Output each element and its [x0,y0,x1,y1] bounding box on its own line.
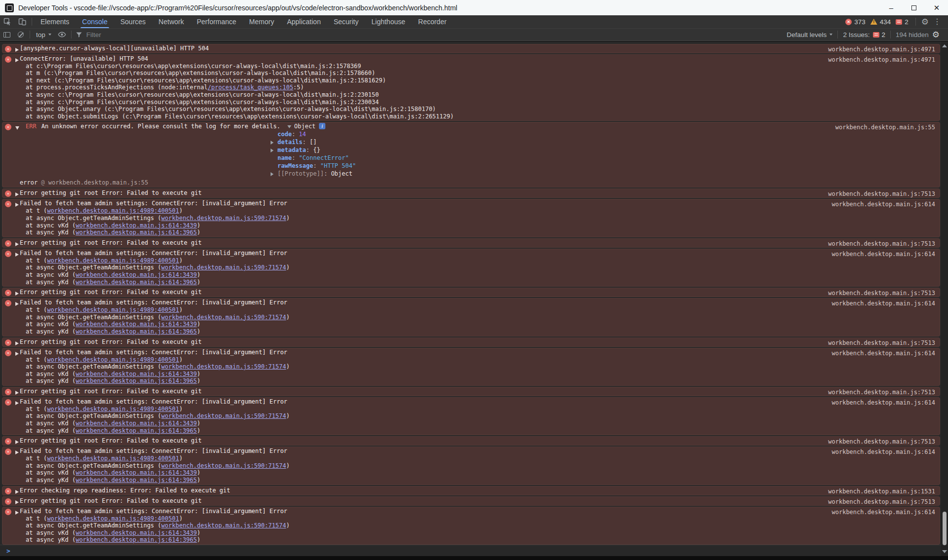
source-location-link[interactable]: workbench.desktop.main.js:55 [835,124,935,131]
stack-trace-link[interactable]: workbench.desktop.main.js:614:3965 [76,328,197,335]
tab-console[interactable]: Console [76,15,114,28]
source-location-link[interactable]: workbench.desktop.main.js:614 [831,251,935,258]
expand-arrow-icon[interactable] [15,58,19,62]
source-location-link[interactable]: workbench.desktop.main.js:1531 [828,488,935,495]
stack-trace-link[interactable]: workbench.desktop.main.js:590:71574 [161,522,286,529]
expand-arrow-icon[interactable] [15,192,19,196]
caller-location-link[interactable]: workbench.desktop.main.js:55 [48,179,148,186]
clear-console-button[interactable] [14,32,28,37]
expand-arrow-icon[interactable] [15,450,19,454]
stack-trace-link[interactable]: workbench.desktop.main.js:614:3439 [76,529,197,536]
expand-arrow-icon[interactable] [15,48,19,52]
expand-arrow-icon[interactable] [15,242,19,246]
warning-count[interactable]: 434 [880,18,891,26]
stack-trace-link[interactable]: workbench.desktop.main.js:614:3439 [76,271,197,278]
stack-trace-link[interactable]: workbench.desktop.main.js:4989:400501 [47,406,179,412]
issues-count-icon[interactable] [896,19,902,25]
source-location-link[interactable]: workbench.desktop.main.js:614 [831,300,935,307]
stack-trace-link[interactable]: workbench.desktop.main.js:590:71574 [161,462,286,469]
expand-arrow-icon[interactable] [15,391,19,395]
scrollbar-thumb[interactable] [943,512,947,545]
expand-arrow-icon[interactable] [15,341,19,345]
stack-trace-link[interactable]: workbench.desktop.main.js:4989:400501 [47,257,179,264]
expand-arrow-icon[interactable] [15,302,19,306]
expand-arrow-icon[interactable] [15,253,19,257]
execution-context-selector[interactable]: top [32,31,55,38]
console-sidebar-toggle[interactable] [0,32,14,37]
tab-security[interactable]: Security [327,15,365,28]
stack-trace-link[interactable]: workbench.desktop.main.js:614:3439 [76,469,197,476]
stack-trace-link[interactable]: workbench.desktop.main.js:4989:400501 [47,207,179,214]
source-location-link[interactable]: workbench.desktop.main.js:7513 [828,190,935,197]
tab-network[interactable]: Network [152,15,190,28]
source-location-link[interactable]: workbench.desktop.main.js:614 [831,509,935,516]
scroll-down-icon[interactable] [942,550,947,553]
stack-trace-link[interactable]: workbench.desktop.main.js:590:71574 [161,363,286,370]
source-location-link[interactable]: workbench.desktop.main.js:7513 [828,240,935,247]
stack-trace-link[interactable]: workbench.desktop.main.js:614:3965 [76,427,197,434]
property-expand-icon[interactable] [271,172,274,176]
stack-trace-link[interactable]: workbench.desktop.main.js:614:3965 [76,477,197,484]
expand-arrow-icon[interactable] [15,401,19,405]
stack-trace-link[interactable]: /process/task_queues:105 [207,84,293,91]
stack-trace-link[interactable]: workbench.desktop.main.js:614:3439 [76,371,197,377]
inspect-element-button[interactable] [0,15,15,28]
source-location-link[interactable]: workbench.desktop.main.js:7513 [828,290,935,297]
settings-gear-icon[interactable]: ⚙ [918,18,932,26]
vertical-scrollbar[interactable] [941,41,948,556]
tab-sources[interactable]: Sources [114,15,152,28]
more-options-icon[interactable]: ⋮ [932,18,944,26]
minimize-button[interactable]: – [880,0,903,15]
stack-trace-link[interactable]: workbench.desktop.main.js:614:3965 [76,536,197,543]
source-location-link[interactable]: workbench.desktop.main.js:7513 [828,438,935,445]
issues-count[interactable]: 2 [905,18,908,26]
expand-arrow-icon[interactable] [15,126,19,130]
tab-application[interactable]: Application [280,15,327,28]
source-location-link[interactable]: workbench.desktop.main.js:7513 [828,498,935,505]
source-location-link[interactable]: workbench.desktop.main.js:614 [831,448,935,455]
expand-arrow-icon[interactable] [15,500,19,504]
log-levels-dropdown[interactable]: Default levels [787,31,827,38]
expand-arrow-icon[interactable] [15,511,19,515]
expand-arrow-icon[interactable] [15,292,19,296]
error-count[interactable]: 373 [854,18,866,26]
stack-trace-link[interactable]: workbench.desktop.main.js:614:3965 [76,377,197,384]
stack-trace-link[interactable]: workbench.desktop.main.js:614:3439 [76,420,197,427]
property-expand-icon[interactable] [271,149,274,152]
stack-trace-link[interactable]: workbench.desktop.main.js:590:71574 [161,215,286,222]
stack-trace-link[interactable]: workbench.desktop.main.js:4989:400501 [47,306,179,313]
object-expand-icon[interactable] [287,125,291,128]
stack-trace-link[interactable]: workbench.desktop.main.js:4989:400501 [47,515,179,522]
source-location-link[interactable]: workbench.desktop.main.js:614 [831,399,935,406]
stack-trace-link[interactable]: workbench.desktop.main.js:614:3965 [76,229,197,236]
tab-recorder[interactable]: Recorder [412,15,453,28]
close-button[interactable]: ✕ [925,0,948,15]
source-location-link[interactable]: workbench.desktop.main.js:7513 [828,339,935,346]
source-location-link[interactable]: workbench.desktop.main.js:7513 [828,389,935,396]
source-location-link[interactable]: workbench.desktop.main.js:614 [831,350,935,357]
filter-input[interactable] [86,31,244,38]
tab-performance[interactable]: Performance [190,15,242,28]
console-settings-gear-icon[interactable]: ⚙ [929,31,943,39]
stack-trace-link[interactable]: workbench.desktop.main.js:614:3439 [76,222,197,229]
create-live-expression-button[interactable] [55,31,69,38]
expand-arrow-icon[interactable] [15,352,19,356]
tab-memory[interactable]: Memory [243,15,281,28]
stack-trace-link[interactable]: workbench.desktop.main.js:4989:400501 [47,455,179,462]
stack-trace-link[interactable]: workbench.desktop.main.js:614:3439 [76,321,197,328]
expand-arrow-icon[interactable] [15,490,19,494]
scroll-up-icon[interactable] [942,44,947,47]
expand-arrow-icon[interactable] [15,440,19,444]
issues-link[interactable]: 2 Issues: [843,31,869,38]
stack-trace-link[interactable]: workbench.desktop.main.js:590:71574 [161,264,286,271]
source-location-link[interactable]: workbench.desktop.main.js:4971 [828,46,935,53]
expand-arrow-icon[interactable] [15,203,19,207]
stack-trace-link[interactable]: workbench.desktop.main.js:590:71574 [161,412,286,419]
tab-elements[interactable]: Elements [34,15,76,28]
source-location-link[interactable]: workbench.desktop.main.js:4971 [828,56,935,63]
maximize-button[interactable] [903,0,925,15]
stack-trace-link[interactable]: workbench.desktop.main.js:614:3965 [76,279,197,286]
source-location-link[interactable]: workbench.desktop.main.js:614 [831,201,935,208]
toggle-device-toolbar-button[interactable] [15,15,30,28]
stack-trace-link[interactable]: workbench.desktop.main.js:590:71574 [161,314,286,321]
